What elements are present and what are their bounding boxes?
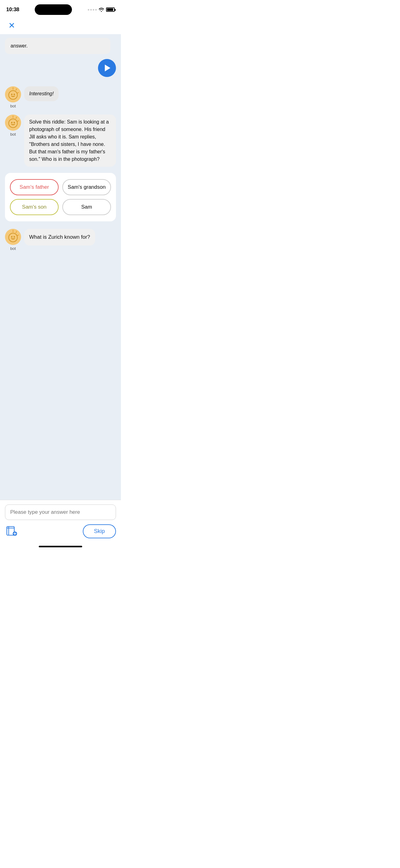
options-grid: Sam's father Sam's grandson Sam's son Sa… xyxy=(10,179,111,215)
home-indicator xyxy=(0,542,121,549)
book-add-icon xyxy=(6,526,18,536)
answer-input[interactable] xyxy=(5,504,116,520)
input-area: Skip xyxy=(0,500,121,542)
dynamic-island xyxy=(35,4,72,15)
bot-message-interesting: bot Interesting! xyxy=(5,86,116,108)
close-button[interactable]: ✕ xyxy=(6,20,18,31)
signal-icon xyxy=(88,9,97,10)
svg-point-19 xyxy=(11,236,12,238)
previous-message-bubble: answer. xyxy=(5,38,110,54)
zurich-bubble: What is Zurich known for? xyxy=(24,229,95,246)
header: ✕ xyxy=(0,18,121,34)
interesting-bubble: Interesting! xyxy=(24,86,59,101)
option-sams-grandson[interactable]: Sam's grandson xyxy=(62,179,111,195)
status-icons xyxy=(88,7,115,12)
close-icon: ✕ xyxy=(8,22,15,30)
svg-point-5 xyxy=(11,94,12,95)
bot-avatar-wrap-3: bot xyxy=(5,229,21,251)
riddle-bubble: Solve this riddle: Sam is looking at a p… xyxy=(24,115,116,167)
svg-point-20 xyxy=(14,236,15,238)
bot-avatar-3 xyxy=(5,229,21,245)
bot-label-3: bot xyxy=(10,246,16,251)
bot-avatar xyxy=(5,86,21,102)
svg-point-11 xyxy=(9,119,18,128)
svg-point-13 xyxy=(14,122,15,123)
status-bar: 10:38 xyxy=(0,0,121,18)
svg-point-12 xyxy=(11,122,12,123)
svg-point-4 xyxy=(9,91,18,99)
bot-label-2: bot xyxy=(10,132,16,136)
svg-point-6 xyxy=(14,94,15,95)
book-add-button[interactable] xyxy=(5,524,19,538)
option-sams-son[interactable]: Sam's son xyxy=(10,199,59,215)
play-icon xyxy=(105,65,110,71)
play-button[interactable] xyxy=(98,59,116,77)
bot-message-riddle: bot Solve this riddle: Sam is looking at… xyxy=(5,115,116,167)
chat-area: answer. bot In xyxy=(0,34,121,500)
play-button-row xyxy=(5,59,116,77)
options-card: Sam's father Sam's grandson Sam's son Sa… xyxy=(5,173,116,221)
input-actions: Skip xyxy=(5,524,116,539)
bot-message-zurich: bot What is Zurich known for? xyxy=(5,229,116,251)
option-sams-father[interactable]: Sam's father xyxy=(10,179,59,195)
status-time: 10:38 xyxy=(6,6,19,13)
option-sam[interactable]: Sam xyxy=(62,199,111,215)
skip-button[interactable]: Skip xyxy=(83,524,116,538)
svg-point-18 xyxy=(9,233,18,242)
bot-label-1: bot xyxy=(10,104,16,108)
battery-icon xyxy=(106,7,115,12)
wifi-icon xyxy=(99,7,104,12)
bot-avatar-wrap-2: bot xyxy=(5,115,21,136)
home-bar xyxy=(39,546,82,547)
bot-avatar-2 xyxy=(5,115,21,131)
bot-avatar-wrap: bot xyxy=(5,86,21,108)
